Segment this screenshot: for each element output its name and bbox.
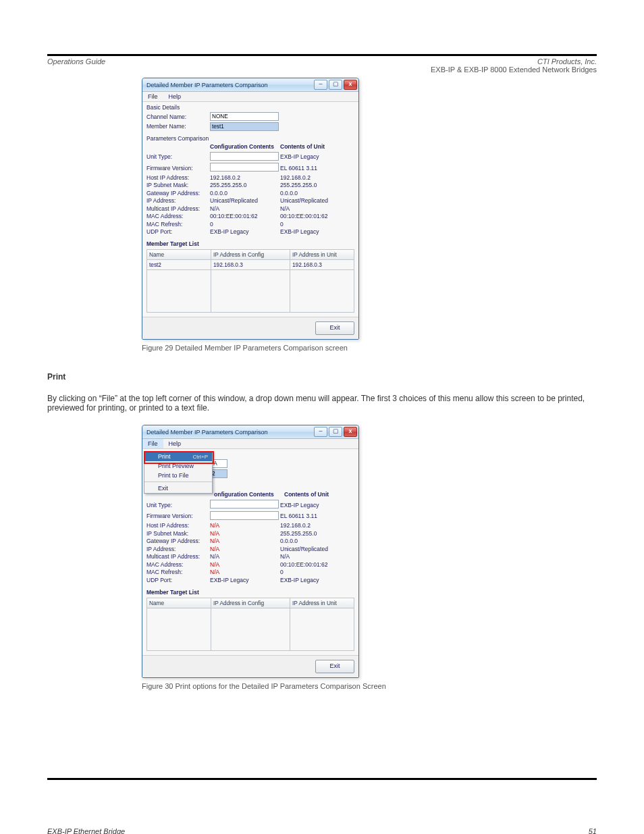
minimize-button[interactable]: – <box>314 80 327 90</box>
channel-name-label: Channel Name: <box>146 113 210 120</box>
contents-of-unit-header: Contents of Unit <box>280 143 354 150</box>
mac-refresh-unit: 0 <box>280 569 354 575</box>
mac-refresh-config: 0 <box>210 221 280 228</box>
member-target-grid: Name IP Address in Config IP Address in … <box>146 249 354 313</box>
row-label: MAC Address: <box>146 561 210 568</box>
firmware-config[interactable] <box>210 163 279 172</box>
menu-file[interactable]: File <box>142 439 163 448</box>
row-label: Unit Type: <box>146 153 210 160</box>
row-label: UDP Port: <box>146 577 210 583</box>
footer-left: EXB-IP Ethernet Bridge <box>47 827 125 835</box>
print-paragraph: By clicking on “File” at the top left co… <box>47 394 597 413</box>
mcast-config: N/A <box>210 553 280 560</box>
figure-30-caption: Figure 30 Print options for the Detailed… <box>142 682 597 690</box>
col-conf[interactable]: IP Address in Config <box>211 598 290 608</box>
comparison-window-2: Detailed Member IP Parameters Comparison… <box>142 425 359 678</box>
col-unit[interactable]: IP Address in Unit <box>290 250 354 260</box>
subnet-unit: 255.255.255.0 <box>280 530 354 537</box>
subnet-unit: 255.255.255.0 <box>280 182 354 188</box>
exit-button[interactable]: Exit <box>315 660 354 673</box>
mac-unit: 00:10:EE:00:01:62 <box>280 561 354 568</box>
intro-right: EXB-IP & EXB-IP 8000 Extended Network Br… <box>47 66 597 74</box>
menu-help[interactable]: Help <box>163 439 187 448</box>
minimize-button[interactable]: – <box>314 427 327 437</box>
col-conf[interactable]: IP Address in Config <box>211 250 290 260</box>
titlebar[interactable]: Detailed Member IP Parameters Comparison… <box>142 425 358 439</box>
menu-print-preview[interactable]: Print Preview <box>144 461 212 471</box>
close-button[interactable]: x <box>344 427 357 437</box>
udp-unit: EXB-IP Legacy <box>280 228 354 235</box>
unit-type-unit: EXB-IP Legacy <box>280 153 354 160</box>
menu-item-label: Print <box>158 453 171 460</box>
udp-config: EXB-IP Legacy <box>210 228 280 235</box>
menu-item-shortcut: Ctrl+P <box>188 454 208 460</box>
window-title: Detailed Member IP Parameters Comparison <box>146 429 313 436</box>
maximize-button[interactable]: ▢ <box>329 427 342 437</box>
member-target-grid: Name IP Address in Config IP Address in … <box>146 598 354 651</box>
menu-help[interactable]: Help <box>163 92 187 101</box>
subnet-config: 255.255.255.0 <box>210 182 280 188</box>
row-label: Multicast IP Address: <box>146 205 210 212</box>
comparison-window-1: Detailed Member IP Parameters Comparison… <box>142 78 359 340</box>
gateway-unit: 0.0.0.0 <box>280 538 354 544</box>
row-label: MAC Address: <box>146 213 210 219</box>
config-contents-header: onfiguration Contents <box>210 491 284 498</box>
member-name-label: Member Name: <box>146 123 210 130</box>
ip-addr-unit: Unicast/Replicated <box>280 197 354 204</box>
exit-button[interactable]: Exit <box>315 321 354 335</box>
col-unit[interactable]: IP Address in Unit <box>290 598 354 608</box>
gateway-config: N/A <box>210 538 280 544</box>
row-label: IP Address: <box>146 197 210 204</box>
header-right: CTI Products, Inc. <box>537 57 597 66</box>
gateway-config: 0.0.0.0 <box>210 190 280 197</box>
firmware-unit: EL 60611 3.11 <box>280 165 354 172</box>
list-name[interactable]: test2 <box>147 260 211 270</box>
maximize-button[interactable]: ▢ <box>329 80 342 90</box>
menu-bar: File Help Print Ctrl+P Print Preview Pri… <box>142 439 358 449</box>
menu-print[interactable]: Print Ctrl+P <box>144 452 212 461</box>
close-button[interactable]: x <box>344 80 357 90</box>
col-name[interactable]: Name <box>147 250 211 260</box>
menu-item-label: Print Preview <box>158 463 194 469</box>
menu-print-to-file[interactable]: Print to File <box>144 471 212 480</box>
row-label: Gateway IP Address: <box>146 538 210 544</box>
firmware-config[interactable] <box>210 511 279 520</box>
unit-type-config[interactable] <box>210 500 279 509</box>
row-label: Gateway IP Address: <box>146 190 210 197</box>
figure-29-caption: Figure 29 Detailed Member IP Parameters … <box>142 344 597 352</box>
ip-addr-config: Unicast/Replicated <box>210 197 280 204</box>
member-target-list-label: Member Target List <box>146 589 354 596</box>
row-label: Host IP Address: <box>146 174 210 181</box>
gateway-unit: 0.0.0.0 <box>280 190 354 197</box>
mac-config: 00:10:EE:00:01:62 <box>210 213 280 219</box>
row-label: MAC Refresh: <box>146 569 210 575</box>
channel-name-field[interactable]: NONE <box>210 112 279 121</box>
menu-exit[interactable]: Exit <box>144 484 212 493</box>
subnet-config: N/A <box>210 530 280 537</box>
row-label: Host IP Address: <box>146 522 210 529</box>
menu-bar: File Help <box>142 92 358 102</box>
col-name[interactable]: Name <box>147 598 211 608</box>
row-label: Unit Type: <box>146 502 210 509</box>
member-target-list-label: Member Target List <box>146 240 354 247</box>
list-conf: 192.168.0.3 <box>211 260 290 270</box>
contents-of-unit-header: Contents of Unit <box>284 491 354 498</box>
config-contents-header: Configuration Contents <box>210 143 280 150</box>
row-label: Multicast IP Address: <box>146 553 210 560</box>
udp-config: EXB-IP Legacy <box>210 577 280 583</box>
footer-right: 51 <box>589 827 597 835</box>
header-left: Operations Guide <box>47 57 105 66</box>
file-dropdown: Print Ctrl+P Print Preview Print to File… <box>144 451 213 494</box>
unit-type-unit: EXB-IP Legacy <box>280 502 354 509</box>
udp-unit: EXB-IP Legacy <box>280 577 354 583</box>
unit-type-config[interactable] <box>210 152 279 161</box>
host-ip-config: N/A <box>210 522 280 529</box>
host-ip-unit: 192.168.0.2 <box>280 174 354 181</box>
row-label: IP Subnet Mask: <box>146 530 210 537</box>
member-name-field[interactable]: test1 <box>210 122 279 131</box>
menu-file[interactable]: File <box>142 92 163 101</box>
mcast-config: N/A <box>210 205 280 212</box>
menu-item-label: Exit <box>158 485 168 492</box>
titlebar[interactable]: Detailed Member IP Parameters Comparison… <box>142 78 358 92</box>
mac-refresh-config: N/A <box>210 569 280 575</box>
